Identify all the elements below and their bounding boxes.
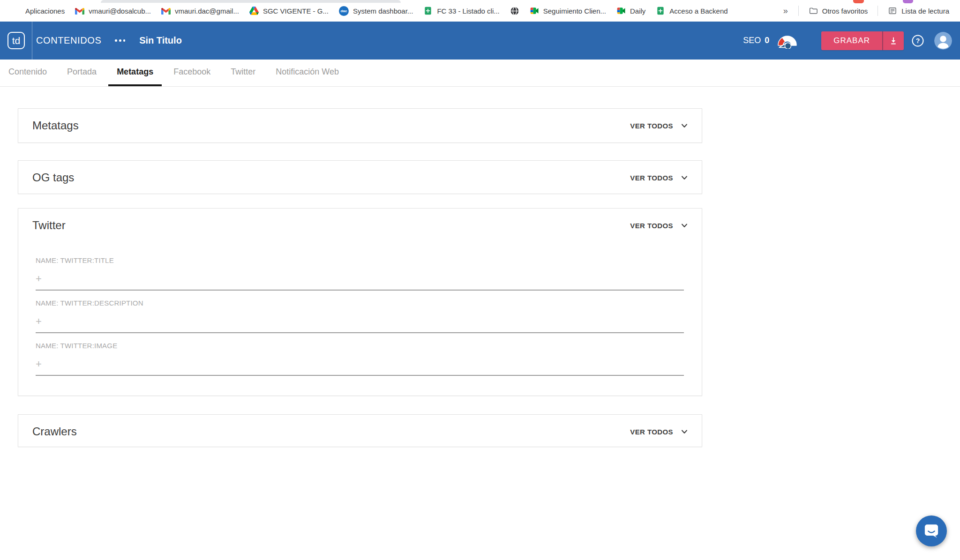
tab-twitter[interactable]: Twitter <box>222 60 264 86</box>
tab-notificacion-web[interactable]: Notificación Web <box>267 60 347 86</box>
section-header: Twitter VER TODOS <box>18 209 702 242</box>
avatar[interactable] <box>934 32 952 50</box>
svg-text:?: ? <box>916 37 920 45</box>
bookmark-label: Aplicaciones <box>25 7 65 15</box>
drive-icon <box>249 6 259 15</box>
add-value-button[interactable]: + <box>36 359 45 369</box>
download-icon <box>888 36 899 46</box>
section-header: OG tags VER TODOS <box>18 161 702 194</box>
bookmarks-bar: Aplicaciones vmauri@dosalcub... <box>0 0 960 22</box>
bookmark-label: Acceso a Backend <box>669 7 728 15</box>
ver-todos-label: VER TODOS <box>630 428 673 436</box>
bookmark-drive[interactable]: SGC VIGENTE - G... <box>244 2 334 19</box>
divider <box>798 6 799 16</box>
meet-icon <box>616 6 626 15</box>
reading-list-label: Lista de lectura <box>901 7 949 15</box>
seo-score: SEO 0 <box>743 36 769 45</box>
chat-launcher-button[interactable] <box>916 515 947 546</box>
bookmark-daily[interactable]: Daily <box>611 2 651 19</box>
globe-icon <box>510 6 519 15</box>
field-twitter-description: NAME: TWITTER:DESCRIPTION + <box>36 299 684 333</box>
extension-icon-sliver <box>853 0 864 3</box>
add-value-button[interactable]: + <box>36 317 45 326</box>
bookmarks-right-group: » Otros favoritos <box>778 2 954 19</box>
ver-todos-label: VER TODOS <box>630 174 673 182</box>
screen: Aplicaciones vmauri@dosalcub... <box>0 0 960 560</box>
td-logo[interactable]: td <box>8 32 25 49</box>
bookmark-seguimiento[interactable]: Seguimiento Clien... <box>525 2 611 19</box>
more-menu-icon[interactable] <box>114 37 126 45</box>
reading-list-icon <box>888 6 897 15</box>
bookmark-system-dashboard[interactable]: dac System dashboar... <box>334 2 418 19</box>
bookmark-aplicaciones[interactable]: Aplicaciones <box>7 2 70 19</box>
divider <box>878 6 878 16</box>
field-twitter-title: NAME: TWITTER:TITLE + <box>36 256 684 291</box>
bookmark-label: vmauri@dosalcub... <box>89 7 151 15</box>
sheets-icon <box>423 6 433 15</box>
seo-gauge-icon <box>775 33 800 49</box>
ver-todos-button[interactable]: VER TODOS <box>630 121 689 130</box>
bookmark-acceso-backend[interactable]: Acceso a Backend <box>651 2 733 19</box>
section-og-tags: OG tags VER TODOS <box>18 160 702 194</box>
section-header: Metatags VER TODOS <box>18 109 702 142</box>
reading-list-button[interactable]: Lista de lectura <box>883 2 954 19</box>
field-label: NAME: TWITTER:IMAGE <box>36 342 684 350</box>
page-title: Sin Titulo <box>139 35 182 46</box>
bookmarks-overflow-chevron[interactable]: » <box>778 6 794 16</box>
browser-tab-strip-sliver <box>101 0 401 3</box>
dac-icon: dac <box>339 6 349 16</box>
section-metatags: Metatags VER TODOS <box>18 108 702 143</box>
save-button-group: GRABAR <box>821 31 904 50</box>
seo-value: 0 <box>765 36 769 45</box>
add-value-button[interactable]: + <box>36 274 45 284</box>
section-title: Crawlers <box>32 425 77 438</box>
chevron-down-icon <box>680 427 689 436</box>
header-divider <box>32 22 32 60</box>
chevron-down-icon <box>680 121 689 130</box>
bookmark-label: SGC VIGENTE - G... <box>263 7 329 15</box>
bookmark-label: Seguimiento Clien... <box>543 7 606 15</box>
bookmark-globe[interactable] <box>505 2 525 19</box>
tab-metatags[interactable]: Metatags <box>108 60 162 86</box>
section-title: Metatags <box>32 119 79 132</box>
field-twitter-image: NAME: TWITTER:IMAGE + <box>36 342 684 376</box>
tab-bar: Contenido Portada Metatags Facebook Twit… <box>0 60 960 87</box>
folder-icon <box>809 6 818 15</box>
chevron-down-icon <box>680 173 689 182</box>
section-title: CONTENIDOS <box>36 35 101 46</box>
app-header: td CONTENIDOS Sin Titulo SEO 0 GRABAR <box>0 22 960 60</box>
chat-bubble-icon <box>922 522 941 540</box>
section-twitter: Twitter VER TODOS NAME: TWITTER:TITLE + … <box>18 208 702 396</box>
bookmark-gmail-2[interactable]: vmauri.dac@gmail... <box>156 2 244 19</box>
ver-todos-button[interactable]: VER TODOS <box>630 427 689 436</box>
field-label: NAME: TWITTER:TITLE <box>36 256 684 264</box>
other-favorites-button[interactable]: Otros favoritos <box>803 2 873 19</box>
ver-todos-label: VER TODOS <box>630 122 673 130</box>
chevron-down-icon <box>680 221 689 230</box>
field-label: NAME: TWITTER:DESCRIPTION <box>36 299 684 307</box>
seo-label: SEO <box>743 36 761 45</box>
section-title: Twitter <box>32 219 66 232</box>
section-title: OG tags <box>32 171 74 184</box>
tab-facebook[interactable]: Facebook <box>165 60 219 86</box>
gmail-icon <box>161 6 171 15</box>
download-button[interactable] <box>882 31 904 50</box>
bookmark-fc33[interactable]: FC 33 - Listado cli... <box>418 2 504 19</box>
twitter-fields: NAME: TWITTER:TITLE + NAME: TWITTER:DESC… <box>18 242 702 376</box>
help-icon[interactable]: ? <box>911 34 924 47</box>
ver-todos-button[interactable]: VER TODOS <box>630 221 689 230</box>
other-favorites-label: Otros favoritos <box>822 7 868 15</box>
gmail-icon <box>75 6 84 15</box>
section-crawlers: Crawlers VER TODOS <box>18 414 702 447</box>
sheets-icon <box>656 6 665 15</box>
bookmark-label: Daily <box>630 7 645 15</box>
tab-contenido[interactable]: Contenido <box>0 60 55 86</box>
tab-portada[interactable]: Portada <box>59 60 105 86</box>
header-actions: SEO 0 GRABAR <box>743 31 952 50</box>
bookmark-label: vmauri.dac@gmail... <box>175 7 239 15</box>
save-button[interactable]: GRABAR <box>821 31 882 50</box>
ver-todos-button[interactable]: VER TODOS <box>630 173 689 182</box>
section-header: Crawlers VER TODOS <box>18 415 702 448</box>
bookmark-gmail-1[interactable]: vmauri@dosalcub... <box>70 2 156 19</box>
bookmark-label: FC 33 - Listado cli... <box>437 7 499 15</box>
